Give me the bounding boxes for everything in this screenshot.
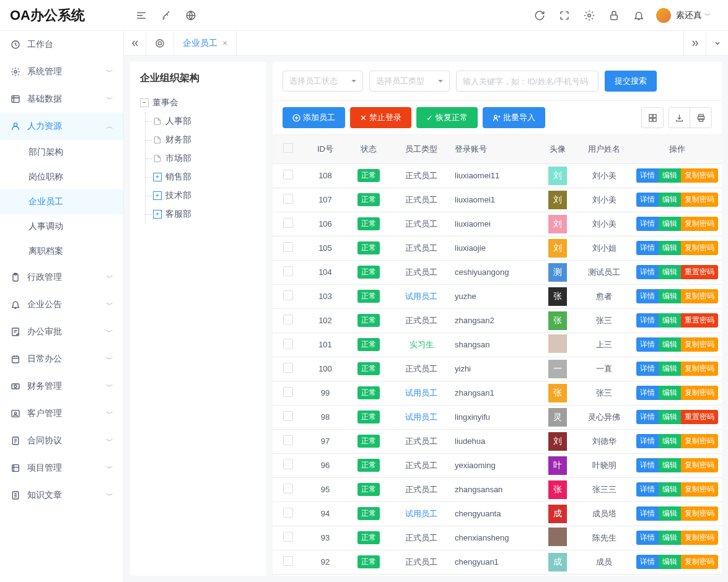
detail-button[interactable]: 详情: [636, 217, 659, 231]
forbid-login-button[interactable]: ✕ 禁止登录: [350, 107, 411, 128]
row-checkbox[interactable]: [283, 339, 293, 349]
edit-button[interactable]: 编辑: [659, 193, 681, 207]
menu-data[interactable]: 基础数据﹀: [0, 85, 123, 113]
select-all-checkbox[interactable]: [283, 143, 293, 153]
row-checkbox[interactable]: [283, 194, 293, 204]
detail-button[interactable]: 详情: [636, 555, 659, 569]
detail-button[interactable]: 详情: [636, 506, 659, 521]
restore-button[interactable]: ✓ 恢复正常: [416, 107, 478, 128]
copy-pwd-button[interactable]: 复制密码: [681, 506, 718, 521]
submenu-item[interactable]: 部门架构: [0, 140, 123, 165]
batch-import-button[interactable]: 批量导入: [483, 107, 545, 128]
detail-button[interactable]: 详情: [636, 458, 659, 472]
tree-expand-icon[interactable]: +: [153, 191, 162, 200]
menu-money[interactable]: 财务管理﹀: [0, 373, 123, 400]
user-menu[interactable]: 素还真 ﹀: [651, 8, 716, 23]
refresh-icon[interactable]: [527, 3, 552, 28]
copy-pwd-button[interactable]: 复制密码: [681, 458, 718, 472]
copy-pwd-button[interactable]: 复制密码: [681, 217, 718, 231]
detail-button[interactable]: 详情: [636, 289, 659, 303]
edit-button[interactable]: 编辑: [659, 217, 681, 231]
reset-pwd-button[interactable]: 重置密码: [681, 265, 718, 279]
menu-clipboard[interactable]: 行政管理﹀: [0, 264, 123, 291]
menu-customer[interactable]: 客户管理﹀: [0, 400, 123, 427]
tab-employees[interactable]: 企业员工 ✕: [174, 31, 237, 56]
edit-button[interactable]: 编辑: [659, 434, 681, 448]
copy-pwd-button[interactable]: 复制密码: [681, 241, 718, 255]
copy-pwd-button[interactable]: 复制密码: [681, 386, 718, 400]
detail-button[interactable]: 详情: [636, 168, 659, 183]
copy-pwd-button[interactable]: 复制密码: [681, 531, 718, 545]
detail-button[interactable]: 详情: [636, 410, 659, 424]
copy-pwd-button[interactable]: 复制密码: [681, 482, 718, 497]
row-checkbox[interactable]: [283, 242, 293, 252]
row-checkbox[interactable]: [283, 266, 293, 276]
language-icon[interactable]: [178, 3, 203, 28]
tabs-scroll-left[interactable]: [124, 31, 146, 56]
detail-button[interactable]: 详情: [636, 265, 659, 279]
detail-button[interactable]: 详情: [636, 531, 659, 545]
edit-button[interactable]: 编辑: [659, 337, 681, 352]
tree-node[interactable]: 人事部: [153, 112, 257, 131]
detail-button[interactable]: 详情: [636, 193, 659, 207]
reset-pwd-button[interactable]: 重置密码: [681, 313, 718, 328]
row-checkbox[interactable]: [283, 363, 293, 373]
columns-icon[interactable]: [642, 108, 663, 128]
tab-home[interactable]: [146, 31, 174, 56]
menu-bell[interactable]: 企业公告﹀: [0, 291, 123, 318]
tree-node[interactable]: +销售部: [153, 168, 257, 186]
row-checkbox[interactable]: [283, 556, 293, 566]
menu-article[interactable]: 知识文章﹀: [0, 482, 123, 509]
edit-button[interactable]: 编辑: [659, 386, 681, 400]
tree-root[interactable]: − 董事会: [140, 93, 257, 112]
lock-icon[interactable]: [602, 3, 626, 28]
edit-button[interactable]: 编辑: [659, 362, 681, 376]
print-icon[interactable]: [690, 108, 711, 128]
settings-icon[interactable]: [577, 3, 602, 28]
detail-button[interactable]: 详情: [636, 482, 659, 497]
edit-button[interactable]: 编辑: [659, 410, 681, 424]
row-checkbox[interactable]: [283, 508, 293, 518]
edit-button[interactable]: 编辑: [659, 531, 681, 545]
menu-dashboard[interactable]: 工作台: [0, 31, 123, 58]
tree-expand-icon[interactable]: +: [153, 173, 162, 181]
row-checkbox[interactable]: [283, 290, 293, 300]
filter-type-select[interactable]: 选择员工类型: [369, 71, 450, 92]
row-checkbox[interactable]: [283, 484, 293, 493]
row-checkbox[interactable]: [283, 315, 293, 324]
row-checkbox[interactable]: [283, 387, 293, 397]
edit-button[interactable]: 编辑: [659, 506, 681, 521]
row-checkbox[interactable]: [283, 170, 293, 180]
row-checkbox[interactable]: [283, 435, 293, 445]
search-submit-button[interactable]: 提交搜索: [605, 71, 657, 92]
detail-button[interactable]: 详情: [636, 386, 659, 400]
tree-node[interactable]: 市场部: [153, 149, 257, 168]
tree-node[interactable]: 财务部: [153, 131, 257, 149]
fullscreen-icon[interactable]: [552, 3, 577, 28]
menu-calendar[interactable]: 日常办公﹀: [0, 345, 123, 373]
submenu-item[interactable]: 岗位职称: [0, 165, 123, 189]
row-checkbox[interactable]: [283, 411, 293, 421]
copy-pwd-button[interactable]: 复制密码: [681, 337, 718, 352]
tab-close-icon[interactable]: ✕: [222, 40, 227, 46]
filter-status-select[interactable]: 选择员工状态: [283, 71, 363, 92]
submenu-item[interactable]: 人事调动: [0, 214, 123, 239]
notification-icon[interactable]: [626, 3, 651, 28]
collapse-menu-icon[interactable]: [129, 3, 154, 28]
copy-pwd-button[interactable]: 复制密码: [681, 555, 718, 569]
edit-button[interactable]: 编辑: [659, 482, 681, 497]
row-checkbox[interactable]: [283, 459, 293, 469]
export-icon[interactable]: [669, 108, 690, 128]
detail-button[interactable]: 详情: [636, 362, 659, 376]
tabs-scroll-right[interactable]: [683, 31, 706, 56]
edit-button[interactable]: 编辑: [659, 313, 681, 328]
add-employee-button[interactable]: 添加员工: [283, 107, 345, 128]
tree-expand-icon[interactable]: +: [153, 210, 162, 219]
tree-node[interactable]: +客服部: [153, 205, 257, 224]
detail-button[interactable]: 详情: [636, 241, 659, 255]
tree-node[interactable]: +技术部: [153, 186, 257, 205]
edit-button[interactable]: 编辑: [659, 458, 681, 472]
detail-button[interactable]: 详情: [636, 434, 659, 448]
search-input[interactable]: [456, 71, 599, 92]
edit-button[interactable]: 编辑: [659, 168, 681, 183]
